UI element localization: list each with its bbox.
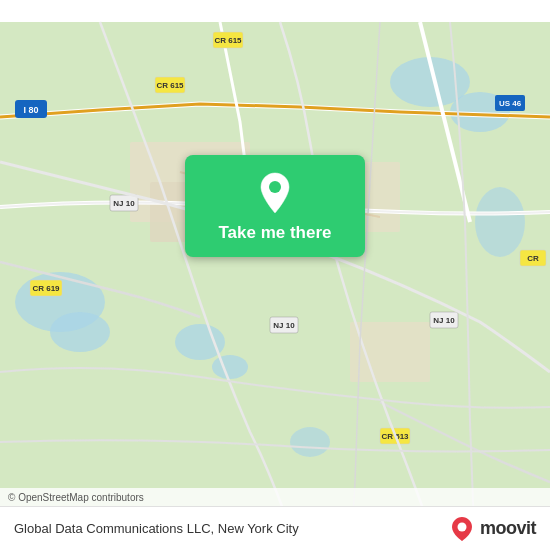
- svg-text:NJ 10: NJ 10: [273, 321, 295, 330]
- svg-point-2: [50, 312, 110, 352]
- svg-text:I 80: I 80: [23, 105, 38, 115]
- location-pin-icon: [257, 171, 293, 215]
- attribution-text: © OpenStreetMap contributors: [8, 492, 144, 503]
- svg-text:CR: CR: [527, 254, 539, 263]
- bottom-bar: Global Data Communications LLC, New York…: [0, 506, 550, 550]
- svg-point-33: [269, 181, 281, 193]
- map-background: I 80 NJ 10 NJ 10 NJ 10 CR 615 CR 615 US …: [0, 0, 550, 550]
- svg-point-8: [290, 427, 330, 457]
- map-container: I 80 NJ 10 NJ 10 NJ 10 CR 615 CR 615 US …: [0, 0, 550, 550]
- take-me-there-button[interactable]: Take me there: [218, 223, 331, 243]
- svg-text:CR 619: CR 619: [32, 284, 60, 293]
- take-me-there-card[interactable]: Take me there: [185, 155, 365, 257]
- svg-point-34: [457, 522, 466, 531]
- location-title: Global Data Communications LLC, New York…: [14, 521, 299, 536]
- svg-text:US 46: US 46: [499, 99, 522, 108]
- svg-text:NJ 10: NJ 10: [433, 316, 455, 325]
- svg-rect-12: [350, 322, 430, 382]
- svg-point-7: [475, 187, 525, 257]
- moovit-icon: [448, 515, 476, 543]
- svg-text:NJ 10: NJ 10: [113, 199, 135, 208]
- svg-text:CR 615: CR 615: [156, 81, 184, 90]
- moovit-logo[interactable]: moovit: [448, 515, 536, 543]
- map-attribution: © OpenStreetMap contributors: [0, 488, 550, 506]
- svg-text:CR 615: CR 615: [214, 36, 242, 45]
- svg-point-4: [212, 355, 248, 379]
- moovit-text: moovit: [480, 518, 536, 539]
